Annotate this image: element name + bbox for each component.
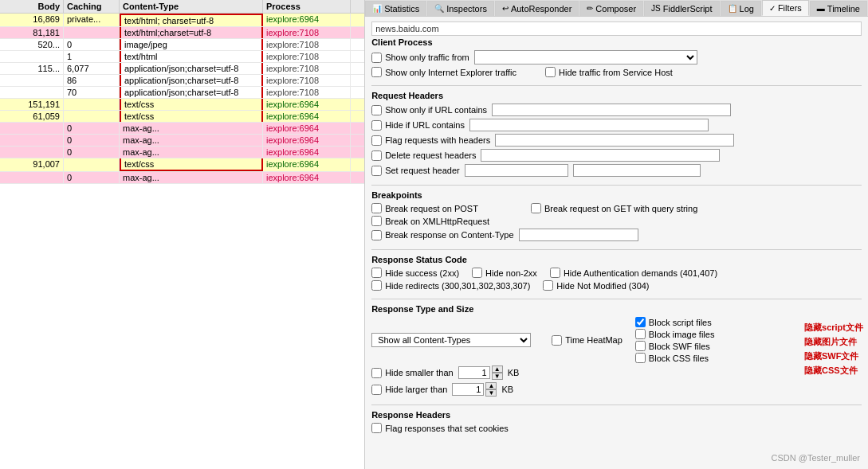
hide-non2xx-label[interactable]: Hide non-2xx — [472, 268, 537, 278]
tab-fiddlerscript[interactable]: JSFiddlerScript — [644, 1, 719, 16]
tab-autoresponder[interactable]: ↩AutoResponder — [495, 1, 579, 16]
block-image-label[interactable]: Block image files — [635, 329, 715, 339]
td-process: iexplore:6964 — [263, 172, 351, 183]
block-image-checkbox[interactable] — [635, 329, 646, 339]
show-ie-label[interactable]: Show only Internet Explorer traffic — [371, 67, 516, 77]
td-content-type: text/css — [120, 111, 263, 122]
break-get-label[interactable]: Break request on GET with query string — [531, 203, 697, 213]
hide-non2xx-checkbox[interactable] — [472, 268, 482, 278]
hide-url-label[interactable]: Hide if URL contains — [371, 120, 465, 131]
tab-composer[interactable]: ✏Composer — [579, 1, 643, 16]
td-content-type: text/html;charset=utf-8 — [120, 27, 263, 38]
hide-larger-checkbox[interactable] — [371, 385, 382, 395]
hide-smaller-label[interactable]: Hide smaller than — [371, 368, 454, 378]
block-css-label[interactable]: Block CSS files — [635, 353, 715, 363]
table-row[interactable]: 70 application/json;charset=utf-8 iexplo… — [0, 87, 364, 99]
hide-url-checkbox[interactable] — [371, 120, 382, 131]
break-post-checkbox[interactable] — [371, 203, 382, 213]
table-row[interactable]: 0 max-ag... iexplore:6964 — [0, 135, 364, 147]
hide-url-input[interactable] — [469, 119, 709, 131]
break-content-input[interactable] — [519, 229, 638, 241]
inspectors-icon: 🔍 — [434, 4, 444, 13]
table-row[interactable]: 0 max-ag... iexplore:6964 — [0, 172, 364, 184]
hide-smaller-checkbox[interactable] — [371, 368, 382, 378]
table-row[interactable]: 0 max-ag... iexplore:6964 — [0, 147, 364, 158]
flag-headers-checkbox[interactable] — [371, 135, 382, 146]
show-url-input[interactable] — [492, 104, 731, 116]
set-header-name-input[interactable] — [465, 164, 568, 177]
hide-success-label[interactable]: Hide success (2xx) — [371, 268, 459, 278]
response-type-title: Response Type and Size — [371, 304, 862, 314]
block-script-checkbox[interactable] — [635, 317, 646, 327]
status-row2: Hide redirects (300,301,302,303,307) Hid… — [371, 280, 862, 291]
td-caching: 0 — [64, 135, 120, 146]
hide-service-host-checkbox[interactable] — [545, 67, 556, 77]
table-row[interactable]: 520... 0 image/jpeg iexplore:7108 — [0, 39, 364, 51]
time-heatmap-label[interactable]: Time HeatMap — [552, 335, 623, 346]
block-swf-label[interactable]: Block SWF files — [635, 341, 715, 351]
content-type-dropdown[interactable]: Show all Content-Types — [371, 333, 531, 347]
break-xml-label[interactable]: Break on XMLHttpRequest — [371, 216, 489, 226]
tab-timeline[interactable]: ▬Timeline — [810, 1, 867, 16]
set-header-label[interactable]: Set request header — [371, 166, 460, 176]
delete-headers-input[interactable] — [481, 149, 720, 162]
flag-cookies-label[interactable]: Flag responses that set cookies — [371, 423, 509, 433]
hide-auth-checkbox[interactable] — [550, 268, 560, 278]
block-css-checkbox[interactable] — [635, 353, 646, 363]
larger-down[interactable]: ▼ — [485, 389, 497, 397]
hide-larger-label[interactable]: Hide larger than — [371, 385, 447, 395]
larger-value[interactable] — [452, 383, 484, 396]
flag-headers-text: Flag requests with headers — [385, 135, 490, 145]
hide-success-checkbox[interactable] — [371, 268, 382, 278]
block-swf-checkbox[interactable] — [635, 341, 646, 351]
hide-auth-text: Hide Authentication demands (401,407) — [564, 268, 717, 278]
break-content-label[interactable]: Break response on Content-Type — [371, 230, 513, 240]
th-body: Body — [0, 0, 64, 13]
hide-not-modified-label[interactable]: Hide Not Modified (304) — [543, 280, 649, 291]
show-url-label[interactable]: Show only if URL contains — [371, 105, 487, 115]
smaller-down[interactable]: ▼ — [492, 373, 503, 380]
break-get-checkbox[interactable] — [531, 203, 541, 213]
set-header-checkbox[interactable] — [371, 166, 382, 176]
table-row[interactable]: 61,059 text/css iexplore:6964 — [0, 111, 364, 123]
table-row[interactable]: 1 text/html iexplore:7108 — [0, 51, 364, 63]
traffic-from-dropdown[interactable] — [474, 50, 697, 64]
set-header-row: Set request header — [371, 164, 862, 177]
break-xml-checkbox[interactable] — [371, 216, 382, 226]
time-heatmap-checkbox[interactable] — [552, 335, 562, 346]
larger-up[interactable]: ▲ — [485, 382, 497, 389]
table-row[interactable]: 151,191 text/css iexplore:6964 — [0, 99, 364, 111]
show-url-checkbox[interactable] — [371, 105, 382, 115]
smaller-up[interactable]: ▲ — [492, 365, 503, 373]
tab-statistics[interactable]: 📊Statistics — [365, 1, 426, 16]
flag-cookies-checkbox[interactable] — [371, 423, 382, 433]
delete-headers-checkbox[interactable] — [371, 150, 382, 161]
hide-redirects-label[interactable]: Hide redirects (300,301,302,303,307) — [371, 280, 530, 291]
table-row[interactable]: 86 application/json;charset=utf-8 iexplo… — [0, 75, 364, 87]
table-row[interactable]: 16,869 private... text/html; charset=utf… — [0, 14, 364, 27]
break-post-label[interactable]: Break request on POST — [371, 203, 478, 213]
flag-headers-input[interactable] — [495, 134, 734, 147]
show-only-traffic-checkbox[interactable] — [371, 53, 382, 63]
set-header-value-input[interactable] — [573, 164, 701, 177]
tab-inspectors[interactable]: 🔍Inspectors — [427, 1, 494, 16]
table-row[interactable]: 91,007 text/css iexplore:6964 — [0, 158, 364, 172]
flag-headers-label[interactable]: Flag requests with headers — [371, 135, 490, 146]
show-only-traffic-label[interactable]: Show only traffic from — [371, 53, 469, 63]
hide-not-modified-checkbox[interactable] — [543, 280, 553, 291]
table-row[interactable]: 0 max-ag... iexplore:6964 — [0, 123, 364, 135]
table-row[interactable]: 115... 6,077 application/json;charset=ut… — [0, 63, 364, 75]
td-caching — [64, 158, 120, 171]
show-ie-checkbox[interactable] — [371, 67, 382, 77]
block-script-label[interactable]: Block script files — [635, 317, 715, 327]
composer-icon: ✏ — [587, 4, 593, 13]
hide-redirects-checkbox[interactable] — [371, 280, 382, 291]
hide-auth-label[interactable]: Hide Authentication demands (401,407) — [550, 268, 717, 278]
tab-filters[interactable]: ✓Filters — [762, 0, 809, 16]
smaller-value[interactable] — [458, 366, 490, 379]
td-caching: 6,077 — [64, 63, 120, 74]
table-row[interactable]: 81,181 text/html;charset=utf-8 iexplore:… — [0, 27, 364, 39]
tab-log[interactable]: 📋Log — [721, 1, 761, 16]
delete-headers-label[interactable]: Delete request headers — [371, 150, 476, 161]
break-content-checkbox[interactable] — [371, 230, 382, 240]
